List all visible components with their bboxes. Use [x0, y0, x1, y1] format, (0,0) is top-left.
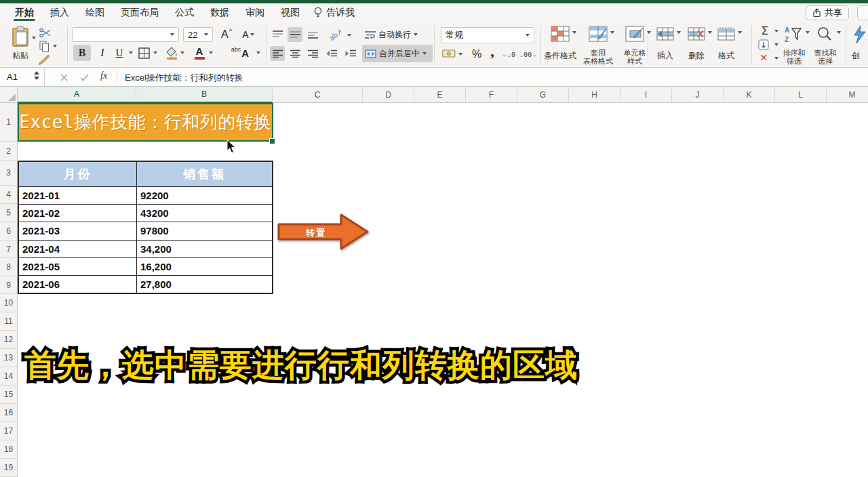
- table-cell-sales-0[interactable]: 92200: [137, 187, 272, 204]
- row-header-7[interactable]: 7: [0, 241, 18, 258]
- column-header-H[interactable]: H: [569, 87, 620, 103]
- accounting-dropdown[interactable]: [458, 53, 462, 56]
- increase-decimal-button[interactable]: ←.0: [503, 51, 515, 59]
- row-header-8[interactable]: 8: [0, 258, 18, 276]
- grow-font-button[interactable]: A^: [218, 27, 235, 42]
- comma-style-button[interactable]: ,: [487, 43, 498, 60]
- column-header-E[interactable]: E: [414, 87, 466, 103]
- wrap-text-button[interactable]: 自动换行: [365, 27, 430, 42]
- conditional-formatting-button[interactable]: [551, 26, 570, 42]
- row-header-1[interactable]: 1: [0, 103, 18, 142]
- column-header-I[interactable]: I: [620, 87, 672, 103]
- row-header-13[interactable]: 13: [0, 349, 18, 367]
- row-header-2[interactable]: 2: [0, 142, 18, 161]
- menu-tab-7[interactable]: 视图: [273, 3, 308, 22]
- phonetic-dropdown[interactable]: [256, 51, 260, 54]
- accounting-format-button[interactable]: [442, 49, 456, 58]
- borders-button[interactable]: [138, 47, 150, 59]
- cell-styles-dropdown[interactable]: [647, 31, 651, 34]
- row-header-6[interactable]: 6: [0, 222, 18, 241]
- table-cell-month-2[interactable]: 2021-03: [19, 222, 137, 239]
- row-header-14[interactable]: 14: [0, 367, 18, 386]
- paste-dropdown[interactable]: [32, 37, 36, 39]
- select-all-corner[interactable]: [0, 87, 18, 103]
- italic-button[interactable]: I: [95, 45, 110, 61]
- format-cells-label[interactable]: 格式: [712, 50, 741, 62]
- row-header-9[interactable]: 9: [0, 276, 18, 294]
- row-header-12[interactable]: 12: [0, 331, 18, 349]
- insert-function-button[interactable]: fx: [100, 70, 107, 81]
- menu-tab-4[interactable]: 公式: [167, 3, 202, 22]
- sort-filter-label[interactable]: 排序和筛选: [778, 49, 810, 65]
- column-header-M[interactable]: M: [827, 87, 868, 103]
- decrease-indent-button[interactable]: [324, 46, 339, 61]
- menu-tab-6[interactable]: 审阅: [237, 3, 273, 22]
- copy-button[interactable]: [39, 41, 50, 52]
- format-as-table-dropdown[interactable]: [610, 31, 614, 34]
- bold-button[interactable]: B: [73, 45, 91, 61]
- percent-style-button[interactable]: %: [469, 47, 484, 61]
- table-cell-sales-5[interactable]: 27,800: [137, 276, 272, 293]
- formula-content[interactable]: Excel操作技能：行和列的转换: [125, 72, 243, 84]
- orientation-dropdown[interactable]: [347, 34, 351, 37]
- menu-tab-0[interactable]: 开始: [7, 3, 42, 22]
- align-left-button[interactable]: [270, 46, 285, 61]
- format-painter-button[interactable]: [38, 54, 50, 66]
- column-header-C[interactable]: C: [273, 87, 363, 103]
- table-cell-month-0[interactable]: 2021-01: [19, 187, 137, 204]
- align-middle-button[interactable]: [288, 27, 302, 42]
- format-as-table-label[interactable]: 套用表格格式: [576, 49, 620, 65]
- format-as-table-button[interactable]: [589, 26, 608, 42]
- format-cells-button[interactable]: [717, 27, 735, 41]
- delete-cells-dropdown[interactable]: [708, 31, 712, 34]
- autosum-dropdown[interactable]: [774, 30, 778, 33]
- ideas-button[interactable]: [853, 26, 867, 43]
- column-header-G[interactable]: G: [517, 87, 569, 103]
- table-header-sales[interactable]: 销售额: [137, 162, 272, 186]
- phonetic-button[interactable]: abcA: [226, 45, 254, 61]
- font-color-dropdown[interactable]: [209, 51, 213, 54]
- column-header-A[interactable]: A: [18, 87, 136, 103]
- fill-color-button[interactable]: [165, 46, 178, 60]
- find-select-dropdown[interactable]: [837, 31, 841, 34]
- conditional-formatting-dropdown[interactable]: [572, 31, 576, 34]
- clear-button[interactable]: ✕: [757, 51, 770, 64]
- row-header-4[interactable]: 4: [0, 186, 18, 204]
- menu-tab-5[interactable]: 数据: [202, 3, 237, 22]
- enter-button[interactable]: [77, 70, 91, 84]
- merge-center-button[interactable]: 合并后居中: [362, 45, 433, 62]
- row-header-10[interactable]: 10: [0, 294, 18, 312]
- font-size-combo[interactable]: 22: [183, 27, 213, 42]
- cell-styles-label[interactable]: 单元格样式: [614, 49, 655, 65]
- clipped-toolbar-button[interactable]: [857, 5, 868, 20]
- table-cell-month-3[interactable]: 2021-04: [19, 241, 137, 257]
- data-table[interactable]: 月份 销售额 2021-01922002021-02432002021-0397…: [18, 161, 273, 294]
- row-header-5[interactable]: 5: [0, 204, 18, 222]
- table-cell-month-1[interactable]: 2021-02: [19, 205, 137, 222]
- table-cell-sales-4[interactable]: 16,200: [137, 258, 272, 275]
- cancel-button[interactable]: [57, 70, 71, 84]
- column-header-J[interactable]: J: [672, 87, 724, 103]
- menu-tab-1[interactable]: 插入: [42, 3, 77, 22]
- decrease-decimal-button[interactable]: .00→: [519, 51, 536, 59]
- sort-filter-dropdown[interactable]: [806, 31, 810, 34]
- column-header-L[interactable]: L: [775, 87, 827, 103]
- paste-button[interactable]: [11, 26, 30, 47]
- shrink-font-button[interactable]: A: [240, 27, 256, 42]
- menu-tab-3[interactable]: 页面布局: [113, 3, 167, 22]
- tell-me-button[interactable]: 告诉我: [313, 7, 355, 19]
- transpose-arrow[interactable]: 转置: [275, 211, 372, 253]
- fill-down-button[interactable]: [758, 39, 769, 50]
- sort-filter-button[interactable]: AZ: [784, 26, 802, 43]
- insert-cells-button[interactable]: [656, 27, 674, 41]
- align-center-button[interactable]: [288, 46, 302, 61]
- align-bottom-button[interactable]: [305, 27, 320, 42]
- row-header-16[interactable]: 16: [0, 404, 18, 422]
- row-header-15[interactable]: 15: [0, 386, 18, 404]
- row-header-18[interactable]: 18: [0, 440, 18, 459]
- table-cell-sales-2[interactable]: 97800: [137, 222, 272, 239]
- column-header-D[interactable]: D: [363, 87, 414, 103]
- align-right-button[interactable]: [305, 46, 320, 61]
- find-select-label[interactable]: 查找和选择: [810, 49, 841, 65]
- column-header-F[interactable]: F: [466, 87, 517, 103]
